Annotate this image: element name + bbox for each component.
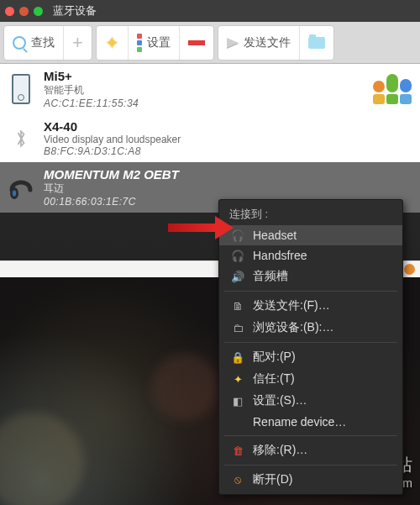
window-controls <box>5 7 43 16</box>
menu-item-setup[interactable]: ◧ 设置:(S)… <box>219 390 402 412</box>
device-mac: B8:FC:9A:D3:1C:A8 <box>44 145 181 157</box>
browse-icon: 🗀 <box>231 322 244 334</box>
menu-label: 音频槽 <box>253 269 288 284</box>
browse-button[interactable] <box>300 26 333 60</box>
menu-item-remove[interactable]: 🗑 移除:(R)… <box>219 439 402 461</box>
menu-label: Rename device… <box>253 415 346 429</box>
menu-label: 移除:(R)… <box>253 443 307 458</box>
menu-label: Headset <box>253 229 297 242</box>
lock-icon: 🔒 <box>231 351 244 364</box>
menu-item-pair[interactable]: 🔒 配对:(P) <box>219 346 402 368</box>
menu-label: 断开(D) <box>253 472 292 487</box>
menu-separator <box>224 291 397 292</box>
device-type: 耳迈 <box>44 181 179 196</box>
menu-item-headset[interactable]: 🎧 Headset <box>219 225 402 245</box>
device-row[interactable]: X4-40 Video display and loudspeaker B8:F… <box>0 114 420 162</box>
menu-separator <box>224 435 397 436</box>
menu-item-trust[interactable]: ✦ 信任:(T) <box>219 368 402 390</box>
setup-icon: ◧ <box>231 395 244 408</box>
plus-icon: + <box>72 34 83 52</box>
menu-label: 配对:(P) <box>253 350 296 365</box>
settings-icon <box>137 34 142 52</box>
star-icon: ✦ <box>231 373 244 386</box>
handsfree-icon: 🎧 <box>231 250 244 262</box>
star-icon: ✦ <box>105 34 119 51</box>
device-list: Mi5+ 智能手机 AC:C1:EE:11:55:34 X4-40 Video … <box>0 64 420 213</box>
device-type: 智能手机 <box>44 83 139 97</box>
speaker-icon: 🔊 <box>231 271 244 283</box>
device-mac: 00:1B:66:03:1E:7C <box>44 196 179 208</box>
menu-item-disconnect[interactable]: ⦸ 断开(D) <box>219 469 402 491</box>
search-button[interactable]: 查找 <box>4 26 64 60</box>
context-menu: 连接到 : 🎧 Headset 🎧 Handsfree 🔊 音频槽 🗎 发送文件… <box>218 199 403 495</box>
add-button[interactable]: + <box>64 26 92 60</box>
maximize-button[interactable] <box>34 7 43 16</box>
trash-icon: 🗑 <box>231 445 244 457</box>
menu-label: 发送文件:(F)… <box>253 298 330 313</box>
bluetooth-icon <box>7 122 35 155</box>
headphone-icon <box>7 171 35 204</box>
menu-label: Handsfree <box>253 249 307 262</box>
remove-button[interactable] <box>180 26 213 60</box>
phone-icon <box>7 72 35 106</box>
send-icon <box>227 38 239 48</box>
menu-separator <box>224 465 397 466</box>
trust-button[interactable]: ✦ <box>97 26 129 60</box>
menu-item-handsfree[interactable]: 🎧 Handsfree <box>219 245 402 266</box>
folder-icon <box>308 37 325 49</box>
adapter-status-icon <box>373 74 413 104</box>
device-name: X4-40 <box>44 119 181 134</box>
svg-point-1 <box>13 191 16 197</box>
file-icon: 🗎 <box>231 300 244 313</box>
device-type: Video display and loudspeaker <box>44 134 181 145</box>
remove-icon <box>188 40 205 45</box>
menu-label: 信任:(T) <box>253 371 295 387</box>
settings-button[interactable]: 设置 <box>129 26 180 60</box>
search-label: 查找 <box>31 35 55 50</box>
device-name: MOMENTUM M2 OEBT <box>44 167 179 181</box>
menu-label: 设置:(S)… <box>253 393 307 408</box>
annotation-arrow <box>168 216 234 239</box>
menu-item-browse[interactable]: 🗀 浏览设备:(B):… <box>219 317 402 339</box>
device-mac: AC:C1:EE:11:55:34 <box>44 97 139 109</box>
settings-label: 设置 <box>147 35 171 50</box>
device-row[interactable]: Mi5+ 智能手机 AC:C1:EE:11:55:34 <box>0 64 420 114</box>
titlebar: 蓝牙设备 <box>0 0 420 22</box>
menu-label: 浏览设备:(B):… <box>253 320 333 335</box>
menu-item-send-file[interactable]: 🗎 发送文件:(F)… <box>219 295 402 317</box>
toolbar: 查找 + ✦ 设置 发送文件 <box>0 22 420 64</box>
send-file-button[interactable]: 发送文件 <box>218 26 300 60</box>
app-window: 蓝牙设备 查找 + ✦ 设置 <box>0 0 420 505</box>
context-menu-header: 连接到 : <box>219 203 402 225</box>
menu-separator <box>224 342 397 343</box>
menu-item-rename[interactable]: Rename device… <box>219 412 402 432</box>
menu-item-audio-sink[interactable]: 🔊 音频槽 <box>219 266 402 287</box>
status-dot-icon <box>404 264 415 275</box>
disconnect-icon: ⦸ <box>231 473 244 487</box>
close-button[interactable] <box>5 7 14 16</box>
device-name: Mi5+ <box>44 69 139 83</box>
window-title: 蓝牙设备 <box>53 3 97 18</box>
minimize-button[interactable] <box>19 7 29 16</box>
search-icon <box>13 36 26 50</box>
send-file-label: 发送文件 <box>244 35 291 50</box>
